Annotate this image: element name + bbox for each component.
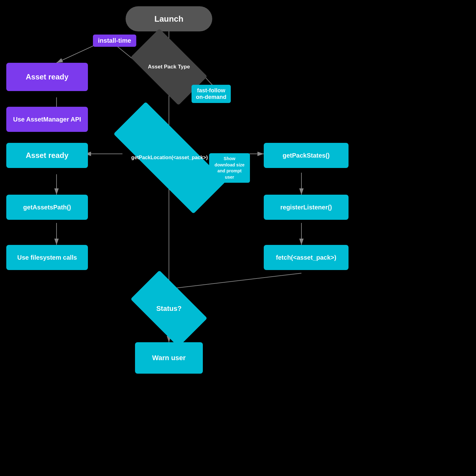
asset-ready-1: Asset ready (6, 63, 88, 91)
show-download-label: Show download size and prompt user (209, 153, 250, 183)
install-time-label: install-time (93, 35, 136, 47)
warn-user: Warn user (135, 342, 203, 374)
get-pack-location-label: getPackLocation(<asset_pack>) (131, 154, 208, 161)
fetch-node: fetch(<asset_pack>) (264, 245, 349, 270)
register-listener: registerListener() (264, 195, 349, 220)
get-assets-path: getAssetsPath() (6, 195, 88, 220)
get-pack-states: getPackStates() (264, 143, 349, 168)
status-diamond: Status? (135, 288, 203, 329)
asset-pack-type-diamond: Asset Pack Type (135, 46, 203, 87)
svg-line-14 (169, 273, 301, 289)
asset-ready-2: Asset ready (6, 143, 88, 168)
asset-pack-type-label: Asset Pack Type (148, 63, 190, 70)
launch-node: Launch (126, 6, 212, 31)
svg-line-3 (57, 44, 97, 63)
status-label: Status? (156, 304, 182, 313)
use-asset-manager: Use AssetManager API (6, 107, 88, 132)
fast-follow-label: fast-follow on-demand (192, 85, 231, 103)
use-filesystem: Use filesystem calls (6, 245, 88, 270)
